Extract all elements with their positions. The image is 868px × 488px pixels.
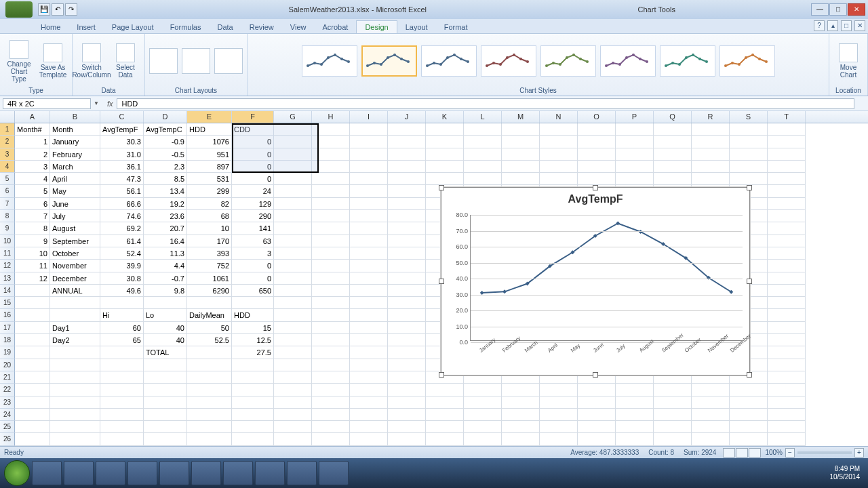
cell-C7[interactable]: 66.6 — [100, 198, 144, 210]
cell-N23[interactable] — [540, 396, 578, 409]
cell-Q5[interactable] — [654, 173, 692, 185]
cell-B21[interactable] — [50, 371, 100, 384]
cell-L5[interactable] — [464, 173, 502, 185]
cell-K4[interactable] — [426, 161, 464, 173]
cell-B9[interactable]: August — [50, 222, 100, 235]
cell-F8[interactable]: 290 — [232, 210, 274, 222]
cell-H21[interactable] — [312, 371, 350, 384]
col-header-D[interactable]: D — [144, 111, 187, 123]
cell-R25[interactable] — [692, 421, 730, 433]
cell-A19[interactable] — [15, 346, 50, 359]
cell-B3[interactable]: February — [50, 148, 100, 161]
cell-F2[interactable]: 0 — [232, 136, 274, 148]
name-box[interactable]: 4R x 2C — [3, 98, 91, 109]
cell-C4[interactable]: 36.1 — [100, 161, 144, 173]
cell-P2[interactable] — [616, 136, 654, 148]
cell-L23[interactable] — [464, 396, 502, 409]
cell-J14[interactable] — [388, 285, 426, 297]
cell-J7[interactable] — [388, 198, 426, 210]
cell-T1[interactable] — [768, 123, 806, 136]
cell-J24[interactable] — [388, 409, 426, 421]
cell-A5[interactable]: 4 — [15, 173, 50, 185]
zoom-out-button[interactable]: − — [785, 448, 795, 458]
taskbar-chrome-icon[interactable] — [64, 461, 94, 485]
cell-I16[interactable] — [350, 309, 388, 321]
cell-D23[interactable] — [144, 396, 187, 409]
tab-insert[interactable]: Insert — [68, 21, 104, 33]
cell-T19[interactable] — [768, 346, 806, 359]
cell-F16[interactable]: HDD — [232, 309, 274, 321]
tab-acrobat[interactable]: Acrobat — [314, 21, 356, 33]
cell-C5[interactable]: 47.3 — [100, 173, 144, 185]
cell-J9[interactable] — [388, 222, 426, 235]
cell-E21[interactable] — [187, 371, 232, 384]
cell-J5[interactable] — [388, 173, 426, 185]
cell-G20[interactable] — [274, 359, 312, 371]
chart-style-1[interactable] — [302, 45, 357, 77]
qat-redo-icon[interactable]: ↷ — [65, 3, 77, 16]
cell-G5[interactable] — [274, 173, 312, 185]
cell-G10[interactable] — [274, 235, 312, 247]
cell-S26[interactable] — [730, 433, 768, 445]
cell-T14[interactable] — [768, 285, 806, 297]
cell-F26[interactable] — [232, 433, 274, 445]
cell-D10[interactable]: 16.4 — [144, 235, 187, 247]
cell-O4[interactable] — [578, 161, 616, 173]
cell-H18[interactable] — [312, 334, 350, 346]
row-header-26[interactable]: 26 — [0, 433, 15, 445]
cell-D25[interactable] — [144, 421, 187, 433]
cell-M24[interactable] — [502, 409, 540, 421]
cell-H14[interactable] — [312, 285, 350, 297]
cell-B22[interactable] — [50, 384, 100, 396]
cell-A2[interactable]: 1 — [15, 136, 50, 148]
cell-B6[interactable]: May — [50, 185, 100, 197]
cell-T10[interactable] — [768, 235, 806, 247]
cell-F3[interactable]: 0 — [232, 148, 274, 161]
cell-T20[interactable] — [768, 359, 806, 371]
cell-C12[interactable]: 39.9 — [100, 260, 144, 272]
view-normal-icon[interactable] — [723, 448, 735, 458]
cell-H9[interactable] — [312, 222, 350, 235]
cell-D4[interactable]: 2.3 — [144, 161, 187, 173]
cell-G17[interactable] — [274, 322, 312, 334]
cell-G15[interactable] — [274, 297, 312, 309]
cell-T16[interactable] — [768, 309, 806, 321]
row-header-14[interactable]: 14 — [0, 285, 15, 297]
row-header-15[interactable]: 15 — [0, 297, 15, 309]
cell-J10[interactable] — [388, 235, 426, 247]
cell-G7[interactable] — [274, 198, 312, 210]
cell-D17[interactable]: 40 — [144, 322, 187, 334]
cell-A3[interactable]: 2 — [15, 148, 50, 161]
cell-I20[interactable] — [350, 359, 388, 371]
cell-E8[interactable]: 68 — [187, 210, 232, 222]
cell-T12[interactable] — [768, 260, 806, 272]
cell-A10[interactable]: 9 — [15, 235, 50, 247]
cell-D18[interactable]: 40 — [144, 334, 187, 346]
cell-I13[interactable] — [350, 272, 388, 285]
cell-F23[interactable] — [232, 396, 274, 409]
cell-D5[interactable]: 8.5 — [144, 173, 187, 185]
cell-M25[interactable] — [502, 421, 540, 433]
cell-E16[interactable]: DailyMean — [187, 309, 232, 321]
cell-H26[interactable] — [312, 433, 350, 445]
cell-A15[interactable] — [15, 297, 50, 309]
chart-style-6[interactable] — [600, 45, 656, 77]
cell-R2[interactable] — [692, 136, 730, 148]
cell-M1[interactable] — [502, 123, 540, 136]
cell-R4[interactable] — [692, 161, 730, 173]
cell-P1[interactable] — [616, 123, 654, 136]
cell-C25[interactable] — [100, 421, 144, 433]
cell-T3[interactable] — [768, 148, 806, 161]
cell-T25[interactable] — [768, 421, 806, 433]
row-header-16[interactable]: 16 — [0, 309, 15, 321]
cell-O26[interactable] — [578, 433, 616, 445]
row-header-24[interactable]: 24 — [0, 409, 15, 421]
cell-B17[interactable]: Day1 — [50, 322, 100, 334]
cell-P22[interactable] — [616, 384, 654, 396]
cell-B16[interactable] — [50, 309, 100, 321]
cell-A26[interactable] — [15, 433, 50, 445]
cell-C26[interactable] — [100, 433, 144, 445]
cell-P25[interactable] — [616, 421, 654, 433]
cell-G14[interactable] — [274, 285, 312, 297]
tab-layout[interactable]: Layout — [397, 21, 436, 33]
